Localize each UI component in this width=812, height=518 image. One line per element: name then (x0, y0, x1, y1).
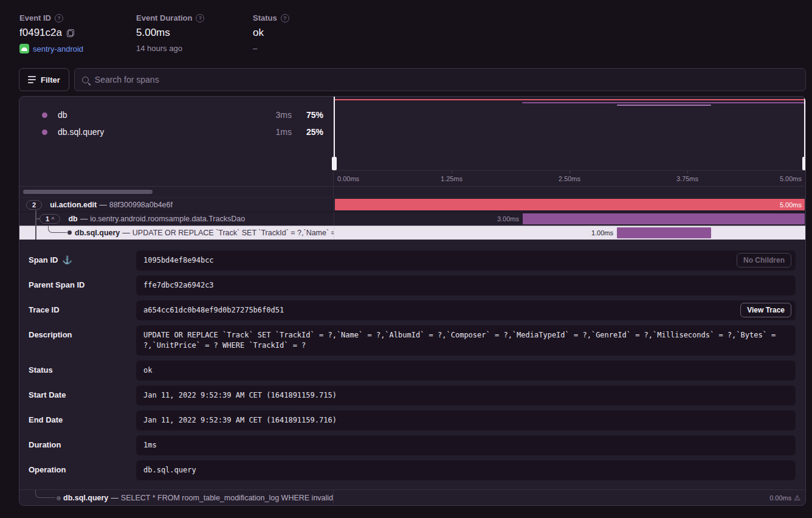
op-color-dot (42, 112, 47, 118)
detail-label: Description (29, 330, 72, 339)
op-duration: 1ms (276, 127, 292, 137)
event-duration-block: Event Duration? 5.00ms 14 hours ago (136, 13, 253, 68)
span-row-db-sql-query-selected[interactable]: db.sql.query — UPDATE OR REPLACE `Track`… (19, 226, 805, 240)
detail-row-span-id: Span ID⚓ 1095bd4ef8e94bcc No Children (29, 250, 796, 271)
no-children-button: No Children (737, 253, 791, 268)
detail-row-parent-span-id: Parent Span ID ffe7dbc92a6942c3 (29, 275, 796, 295)
minimap-span-line-db (522, 102, 805, 103)
span-row-ui-action-edit[interactable]: 2 ui.action.edit — 88f300998a0b4e6f 5.00… (19, 198, 805, 212)
op-color-dot (42, 130, 47, 135)
tree-connector (48, 225, 67, 233)
span-row-db[interactable]: 1^ db — io.sentry.android.roomsample.dat… (19, 212, 805, 226)
duration-value: 1ms (143, 441, 157, 449)
detail-label: Status (29, 365, 53, 375)
help-icon[interactable]: ? (196, 14, 204, 22)
tree-connector (35, 210, 36, 240)
warning-icon: ⚠ (794, 494, 800, 502)
span-desc: SELECT * FROM room_table_modification_lo… (121, 494, 334, 502)
tree-connector (35, 490, 55, 498)
op-name: db (58, 110, 276, 120)
op-name: db.sql.query (58, 127, 276, 137)
span-duration-label: 1.00ms (591, 229, 613, 237)
detail-row-duration: Duration 1ms (29, 435, 796, 455)
minimap-left-handle[interactable] (334, 97, 335, 170)
event-id-label: Event ID (19, 13, 51, 22)
help-icon[interactable]: ? (281, 14, 289, 22)
detail-label: Duration (29, 440, 61, 449)
axis-tick-label: 5.00ms (780, 175, 802, 182)
minimap-right-handle[interactable] (804, 97, 805, 170)
tree-scrollbar-row (19, 186, 805, 197)
span-duration-bar[interactable]: 5.00ms (335, 199, 805, 210)
filter-button-label: Filter (41, 75, 60, 85)
span-tree: 2 ui.action.edit — 88f300998a0b4e6f 5.00… (19, 197, 805, 240)
span-desc: UPDATE OR REPLACE `Track` SET `TrackId` … (132, 229, 334, 237)
span-duration-bar[interactable] (617, 227, 711, 238)
minimap-span-line-root (334, 99, 805, 100)
op-duration: 3ms (276, 110, 292, 120)
separator: — (120, 229, 132, 237)
spans-toolbar: Filter (19, 68, 806, 91)
detail-label: End Date (29, 415, 63, 424)
op-percent: 75% (301, 110, 323, 120)
chevron-up-icon: ^ (51, 216, 54, 222)
event-duration-label: Event Duration (136, 13, 192, 22)
status-detail-value: ok (143, 366, 152, 375)
filter-icon (28, 76, 36, 83)
detail-row-trace-id: Trace ID a654cc61dc0b48ef9d0b27275b6f0d5… (29, 300, 796, 320)
children-count-badge[interactable]: 1^ (40, 214, 60, 224)
trace-id-value: a654cc61dc0b48ef9d0b27275b6f0d51 (143, 306, 284, 314)
status-sub: – (253, 44, 257, 53)
event-id-value: f0491c2a (19, 27, 62, 39)
project-link[interactable]: sentry-android (33, 44, 83, 54)
axis-tick-label: 0.00ms (337, 175, 359, 182)
event-id-block: Event ID? f0491c2a sentry-android (19, 13, 136, 68)
detail-row-operation: Operation db.sql.query (29, 460, 796, 480)
anchor-icon[interactable]: ⚓ (62, 255, 72, 264)
search-icon (82, 77, 89, 83)
span-op: db.sql.query (63, 494, 108, 502)
horizontal-scrollbar[interactable] (23, 190, 153, 194)
span-duration-label: 3.00ms (497, 215, 519, 223)
legend-item-db-sql-query[interactable]: db.sql.query 1ms 25% (19, 123, 333, 140)
description-value: UPDATE OR REPLACE `Track` SET `TrackId` … (143, 331, 776, 350)
span-op: db (68, 215, 77, 223)
time-axis: 0.00ms 1.25ms 2.50ms 3.75ms 5.00ms (334, 170, 805, 186)
children-count-badge[interactable]: 2 (26, 200, 42, 210)
span-search[interactable] (74, 68, 806, 91)
operation-value: db.sql.query (143, 466, 196, 474)
operations-legend: db 3ms 75% db.sql.query 1ms 25% (19, 97, 334, 186)
start-date-value: Jan 11, 2022 9:52:39 AM CET (1641891159.… (143, 391, 337, 399)
separator: — (97, 201, 109, 209)
status-value: ok (253, 27, 264, 39)
event-age: 14 hours ago (136, 44, 182, 53)
parent-span-id-value: ffe7dbc92a6942c3 (143, 281, 214, 289)
axis-tick-label: 1.25ms (441, 175, 463, 182)
end-date-value: Jan 11, 2022 9:52:39 AM CET (1641891159.… (143, 416, 337, 424)
view-trace-button[interactable]: View Trace (740, 303, 791, 317)
detail-row-end-date: End Date Jan 11, 2022 9:52:39 AM CET (16… (29, 410, 796, 430)
filter-button[interactable]: Filter (19, 68, 69, 91)
detail-row-start-date: Start Date Jan 11, 2022 9:52:39 AM CET (… (29, 385, 796, 406)
separator: — (78, 215, 91, 223)
legend-item-db[interactable]: db 3ms 75% (19, 106, 333, 123)
span-op: ui.action.edit (50, 201, 97, 209)
axis-tick-label: 3.75ms (676, 175, 698, 182)
span-desc: io.sentry.android.roomsample.data.Tracks… (90, 215, 245, 223)
event-duration-value: 5.00ms (136, 27, 170, 39)
span-duration-label: 5.00ms (780, 201, 805, 209)
span-detail-panel: Span ID⚓ 1095bd4ef8e94bcc No Children Pa… (19, 240, 805, 489)
status-block: Status? ok – (253, 13, 370, 68)
event-header: Event ID? f0491c2a sentry-android Event … (0, 0, 812, 68)
span-id-value: 1095bd4ef8e94bcc (143, 256, 214, 264)
span-row-footer-query[interactable]: db.sql.query — SELECT * FROM room_table_… (19, 489, 805, 505)
trace-minimap[interactable]: 0.00ms 1.25ms 2.50ms 3.75ms 5.00ms (334, 97, 805, 186)
android-platform-icon (19, 44, 29, 54)
detail-label: Operation (29, 465, 66, 474)
status-label: Status (253, 13, 277, 22)
help-icon[interactable]: ? (55, 14, 63, 22)
span-duration-bar[interactable] (523, 213, 805, 224)
copy-icon[interactable] (67, 29, 74, 37)
span-search-input[interactable] (95, 75, 798, 85)
span-op: db.sql.query (75, 229, 120, 237)
